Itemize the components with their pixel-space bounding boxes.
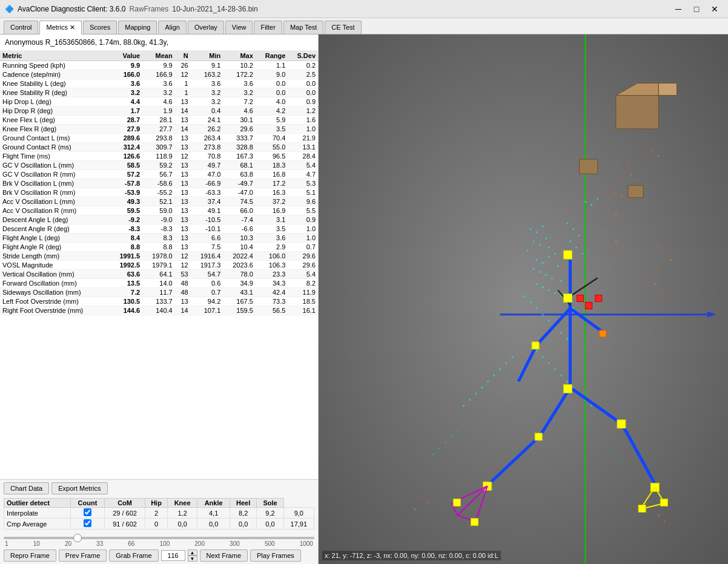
svg-point-11 bbox=[527, 250, 529, 252]
svg-point-79 bbox=[615, 192, 617, 194]
table-row: Left Foot Overstride (mm)130.5133.71394.… bbox=[0, 297, 318, 306]
table-row: Descent Angle L (deg)-9.2-9.013-10.5-7.4… bbox=[0, 215, 318, 225]
svg-point-116 bbox=[505, 405, 507, 407]
outlier-row: Interpolate29 / 60221,24,18,29,29,0 bbox=[4, 508, 314, 519]
svg-point-133 bbox=[609, 447, 611, 449]
svg-point-92 bbox=[640, 152, 641, 154]
minimize-button[interactable]: ─ bbox=[670, 3, 687, 15]
slider-label-300: 300 bbox=[230, 540, 240, 547]
svg-rect-177 bbox=[660, 499, 667, 506]
frame-step-up[interactable]: ▲ bbox=[188, 549, 197, 556]
tab-control[interactable]: Control bbox=[4, 21, 38, 34]
col-value: Value bbox=[110, 51, 143, 61]
col-min: Min bbox=[191, 51, 223, 61]
table-row: Ground Contact R (ms)312.4309.713273.832… bbox=[0, 143, 318, 152]
svg-point-93 bbox=[658, 156, 660, 157]
svg-rect-164 bbox=[586, 303, 592, 309]
svg-rect-155 bbox=[563, 293, 572, 302]
col-range: Range bbox=[256, 51, 288, 61]
table-row: Knee Flex R (deg)27.927.71426.229.63.51.… bbox=[0, 125, 318, 134]
col-n: N bbox=[175, 51, 191, 61]
slider-label-20: 20 bbox=[65, 540, 71, 547]
next-frame-button[interactable]: Next Frame bbox=[200, 549, 248, 562]
outlier-col-ankle: Ankle bbox=[197, 499, 230, 508]
outlier-table: Outlier detect Count CoM Hip Knee Ankle … bbox=[4, 498, 314, 530]
svg-point-75 bbox=[630, 174, 632, 175]
svg-rect-141 bbox=[580, 159, 598, 174]
svg-point-104 bbox=[640, 496, 641, 498]
table-row: Forward Oscillation (mm)13.514.0480.634.… bbox=[0, 279, 318, 288]
maximize-button[interactable]: □ bbox=[688, 3, 705, 15]
app: Control Metrics ✕ Scores Mapping Align O… bbox=[0, 18, 728, 564]
svg-point-137 bbox=[634, 472, 635, 474]
svg-point-40 bbox=[554, 369, 556, 370]
export-metrics-button[interactable]: Export Metrics bbox=[51, 482, 107, 494]
table-row: Vertical Oscillation (mm)63.664.15354.77… bbox=[0, 270, 318, 279]
slider-label-500: 500 bbox=[265, 540, 275, 547]
repro-frame-button[interactable]: Repro Frame bbox=[4, 549, 56, 562]
table-row: Flight Angle L (deg)8.48.3136.610.33.61.… bbox=[0, 234, 318, 243]
outlier-col-com: CoM bbox=[105, 499, 145, 508]
tab-view[interactable]: View bbox=[225, 21, 253, 34]
svg-point-25 bbox=[554, 292, 556, 294]
chart-data-button[interactable]: Chart Data bbox=[4, 482, 49, 494]
svg-rect-156 bbox=[563, 384, 572, 393]
svg-point-89 bbox=[621, 247, 623, 249]
tab-scores[interactable]: Scores bbox=[83, 21, 117, 34]
outlier-col-heel: Heel bbox=[230, 499, 256, 508]
svg-point-110 bbox=[420, 496, 422, 498]
table-row: GC V Oscillation L (mm)58.559.21349.768.… bbox=[0, 161, 318, 170]
tab-overlay[interactable]: Overlay bbox=[188, 21, 224, 34]
tab-map-test[interactable]: Map Test bbox=[283, 21, 323, 34]
play-frames-button[interactable]: Play Frames bbox=[250, 549, 301, 562]
svg-point-106 bbox=[652, 508, 654, 510]
metrics-container[interactable]: Metric Value Mean N Min Max Range S.Dev … bbox=[0, 51, 318, 479]
tab-mapping[interactable]: Mapping bbox=[118, 21, 157, 34]
svg-point-39 bbox=[548, 362, 550, 364]
tab-metrics[interactable]: Metrics ✕ bbox=[39, 21, 82, 34]
app-title: AvaClone Diagnostic Client: 3.6.0 bbox=[18, 5, 126, 13]
svg-point-108 bbox=[634, 505, 635, 507]
svg-point-46 bbox=[591, 405, 592, 407]
svg-point-64 bbox=[569, 240, 571, 242]
table-row: Flight Time (ms)126.6118.91270.8167.396.… bbox=[0, 152, 318, 161]
svg-point-19 bbox=[545, 274, 547, 276]
grab-frame-button[interactable]: Grab Frame bbox=[109, 549, 158, 562]
filename: 10-Jun-2021_14-28-36.bin bbox=[172, 5, 257, 13]
col-sdev: S.Dev bbox=[288, 51, 318, 61]
viewport-status: x: 21, y: -712, z: -3, nx: 0.00, ny: 0.0… bbox=[322, 551, 501, 560]
svg-point-23 bbox=[542, 286, 544, 288]
outlier-checkbox[interactable] bbox=[84, 508, 91, 516]
outlier-checkbox[interactable] bbox=[84, 519, 91, 527]
svg-point-125 bbox=[463, 432, 465, 434]
svg-point-121 bbox=[487, 408, 489, 410]
viewport[interactable]: x: 21, y: -712, z: -3, nx: 0.00, ny: 0.0… bbox=[319, 34, 728, 564]
svg-point-113 bbox=[414, 508, 415, 510]
prev-frame-button[interactable]: Prev Frame bbox=[59, 549, 107, 562]
svg-point-118 bbox=[517, 417, 519, 419]
svg-point-114 bbox=[438, 511, 440, 513]
close-button[interactable]: ✕ bbox=[706, 3, 723, 15]
frame-step-down[interactable]: ▼ bbox=[188, 556, 197, 562]
svg-rect-154 bbox=[563, 251, 572, 259]
tab-ce-test[interactable]: CE Test bbox=[325, 21, 361, 34]
svg-rect-160 bbox=[617, 420, 626, 428]
svg-point-52 bbox=[481, 387, 483, 389]
table-row: Running Speed (kph)9.99.9269.110.21.10.2 bbox=[0, 61, 318, 70]
svg-point-111 bbox=[426, 502, 428, 504]
outlier-col-label: Outlier detect bbox=[4, 499, 71, 508]
svg-point-71 bbox=[627, 162, 629, 163]
frame-slider[interactable] bbox=[4, 537, 314, 539]
svg-point-72 bbox=[634, 168, 635, 169]
frame-input[interactable] bbox=[161, 550, 185, 561]
svg-rect-162 bbox=[595, 295, 602, 301]
tab-filter[interactable]: Filter bbox=[254, 21, 282, 34]
svg-point-61 bbox=[566, 222, 568, 224]
metrics-table: Metric Value Mean N Min Max Range S.Dev … bbox=[0, 51, 318, 315]
tab-align[interactable]: Align bbox=[158, 21, 186, 34]
svg-rect-163 bbox=[577, 295, 584, 301]
svg-point-86 bbox=[603, 228, 604, 230]
table-row: VOSL Magnitude1992.51979.1121917.32023.6… bbox=[0, 261, 318, 270]
table-row: Brk V Oscillation R (mm)-53.9-55.213-63.… bbox=[0, 188, 318, 197]
frame-controls: Repro Frame Prev Frame Grab Frame ▲ ▼ Ne… bbox=[4, 549, 314, 562]
